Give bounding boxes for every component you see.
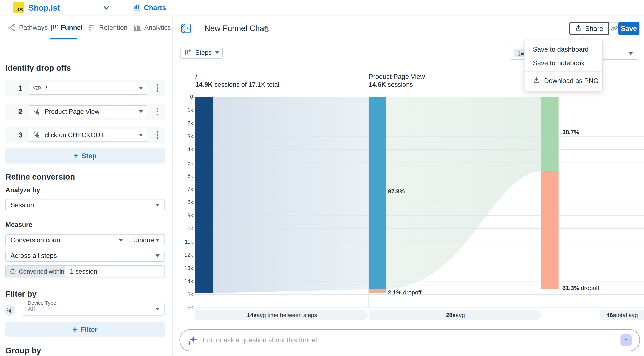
- topbar-divider: [121, 0, 121, 16]
- share-menu: Save to dashboard Save to notebook Downl…: [524, 40, 603, 91]
- measure-mode-dropdown[interactable]: Unique: [128, 234, 165, 246]
- y-tick: 12k: [184, 252, 193, 258]
- active-tab-underline: [50, 38, 77, 40]
- app-window: JS Shop.ist Charts Pathways Funnel: [0, 0, 644, 356]
- page-title: New Funnel Chart: [204, 16, 269, 41]
- add-step-button[interactable]: + Step: [5, 148, 165, 164]
- y-tick: 11k: [185, 239, 193, 245]
- y-tick: 10k: [184, 225, 193, 232]
- step-menu-kebab-icon[interactable]: [154, 80, 161, 96]
- step-event-dropdown-2[interactable]: Product Page View: [28, 105, 148, 118]
- y-axis: 0 1k 2k 3k 4k 5k 6k 7k 8k 9k 10k 11k 12k…: [173, 97, 193, 308]
- tab-pathways[interactable]: Pathways: [8, 16, 48, 39]
- chevron-down-icon: [139, 110, 143, 113]
- converted-within-control[interactable]: Converted within 1 session: [5, 265, 165, 277]
- chevron-down-icon: [629, 52, 633, 55]
- step-number: 1: [16, 80, 25, 96]
- collapse-sidebar-button[interactable]: ‹: [182, 24, 191, 33]
- share-button[interactable]: Share: [569, 22, 609, 35]
- flow-step2-step3: [386, 97, 541, 289]
- step-event-dropdown-1[interactable]: /: [28, 82, 148, 95]
- steps-funnel-icon: [184, 49, 192, 57]
- workspace-chevron-icon[interactable]: [102, 5, 110, 11]
- device-type-filter[interactable]: Device Type All: [20, 303, 165, 315]
- step-sessions-rest: sessions: [386, 81, 413, 88]
- step-event-dropdown-3[interactable]: click on CHECKOUT: [28, 129, 148, 142]
- analyze-by-dropdown[interactable]: Session: [5, 199, 165, 211]
- y-tick: 1k: [187, 107, 193, 113]
- ask-ai-input[interactable]: [202, 336, 640, 344]
- top-bar: JS Shop.ist Charts: [0, 0, 644, 16]
- identify-dropoffs-heading: Identify drop offs: [6, 63, 71, 73]
- tab-funnel-label: Funnel: [61, 24, 83, 32]
- measure-dropdown[interactable]: Conversion count: [5, 234, 128, 246]
- analyze-by-value: Session: [10, 201, 34, 209]
- dropoff-pct-step2: 2.1% dropoff: [388, 289, 422, 296]
- flow-step1-step2: [213, 97, 369, 293]
- conversion-pct-step3: 38.7%: [562, 129, 579, 136]
- tab-funnel[interactable]: Funnel: [50, 16, 83, 39]
- tab-retention[interactable]: Retention: [88, 16, 128, 39]
- menu-item-download-png[interactable]: Download as PNG: [524, 74, 602, 88]
- across-steps-dropdown[interactable]: Across all steps: [5, 250, 165, 262]
- step-menu-kebab-icon[interactable]: [154, 104, 161, 120]
- nav-charts[interactable]: Charts: [133, 0, 166, 16]
- step-event-label: Product Page View: [45, 108, 100, 115]
- save-button[interactable]: Save: [618, 22, 640, 35]
- add-step-label: Step: [82, 152, 97, 160]
- total-avg-band: 46s total avg: [600, 310, 644, 320]
- add-filter-button[interactable]: + Filter: [5, 322, 165, 337]
- funnel-step-header-1: / 14.9K sessions of 17.1K total: [195, 73, 279, 89]
- chevron-down-icon: [139, 87, 143, 90]
- bar-step2[interactable]: [369, 97, 386, 289]
- view-mode-value: Steps: [195, 49, 212, 56]
- y-tick: 4k: [187, 146, 193, 153]
- y-tick: 8k: [187, 199, 193, 205]
- converted-within-value[interactable]: 1 session: [66, 266, 164, 277]
- collapse-chevron-icon: ‹: [185, 25, 190, 33]
- chevron-down-icon: [119, 239, 123, 242]
- edit-title-pencil-icon[interactable]: [260, 24, 269, 34]
- step-menu-kebab-icon[interactable]: [154, 127, 161, 143]
- step-row-1: 1 /: [5, 80, 165, 96]
- step-sessions-rest: sessions of 17.1K total: [213, 81, 280, 88]
- workspace-name[interactable]: Shop.ist: [28, 0, 60, 16]
- bar-step1[interactable]: [195, 97, 213, 293]
- step-sessions-count: 14.6K: [369, 81, 386, 88]
- dropoff-pct-step3: 61.3% dropoff: [562, 285, 599, 291]
- chevron-down-icon: [156, 254, 160, 257]
- conversion-pct-step2: 97.9%: [388, 188, 405, 195]
- ask-ai-bar: ↑: [180, 329, 640, 351]
- send-arrow-button[interactable]: ↑: [620, 334, 632, 346]
- bar-step3[interactable]: [541, 97, 558, 171]
- filter-by-heading: Filter by: [6, 289, 37, 299]
- workspace-logo[interactable]: JS: [13, 2, 24, 13]
- menu-item-save-to-dashboard[interactable]: Save to dashboard: [524, 43, 602, 56]
- chevron-down-icon: [139, 134, 143, 136]
- y-tick: 7k: [187, 186, 193, 192]
- nav-charts-label: Charts: [144, 4, 166, 12]
- y-tick: 15k: [184, 291, 193, 298]
- step-row-2: 2 Product Page View: [5, 104, 165, 120]
- up-arrow-icon: ↑: [624, 336, 628, 345]
- menu-item-save-to-notebook[interactable]: Save to notebook: [524, 56, 602, 70]
- workspace-badge: JS: [16, 7, 23, 13]
- step-event-label: click on CHECKOUT: [45, 131, 104, 139]
- y-tick: 13k: [184, 265, 193, 271]
- avg-time-band-2: 28s avg: [369, 310, 542, 320]
- charts-icon: [133, 3, 141, 13]
- bar-step3-dropoff[interactable]: [541, 171, 558, 289]
- save-label: Save: [621, 25, 637, 33]
- step-event-label: /: [45, 85, 47, 92]
- retention-icon: [88, 24, 96, 32]
- converted-within-label: Converted within: [19, 268, 64, 275]
- tab-analytics[interactable]: Analytics: [134, 16, 171, 39]
- funnel-plot[interactable]: 97.9% 2.1% dropoff 38.7% 61.3% dropoff: [195, 97, 644, 308]
- bar-step2-dropoff[interactable]: [369, 289, 386, 293]
- converted-within-chip: Converted within: [6, 266, 66, 277]
- header-divider: [196, 24, 197, 33]
- funnel-icon: [50, 24, 58, 32]
- view-mode-dropdown[interactable]: Steps: [180, 47, 223, 59]
- y-tick: 6k: [187, 173, 193, 179]
- cursor-click-icon: [33, 107, 41, 116]
